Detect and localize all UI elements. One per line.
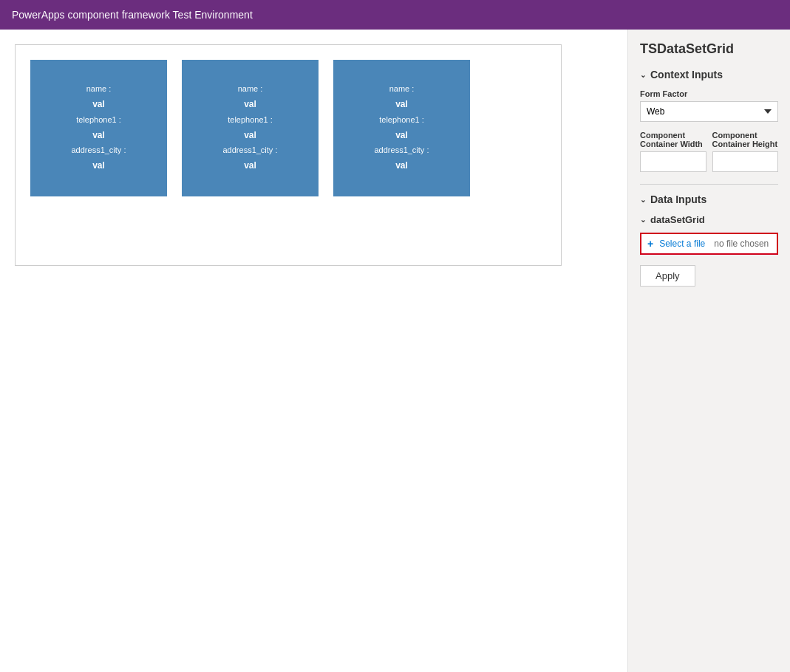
card-3: name : val telephone1 : val address1_cit…	[333, 60, 470, 196]
divider	[640, 184, 778, 185]
file-input-row[interactable]: + Select a file no file chosen	[640, 233, 778, 255]
right-panel: TSDataSetGrid ⌄ Context Inputs Form Fact…	[627, 30, 790, 672]
container-height-input[interactable]	[712, 151, 779, 172]
container-width-label: Component Container Width	[640, 131, 706, 148]
card3-city-label: address1_city :	[375, 143, 429, 158]
data-inputs-chevron-icon: ⌄	[640, 196, 646, 204]
topbar: PowerApps component framework Test Envir…	[0, 0, 790, 30]
context-inputs-label: Context Inputs	[650, 69, 723, 80]
select-file-text: Select a file	[659, 239, 705, 249]
form-factor-row: Form Factor Web Phone Tablet	[640, 89, 778, 122]
container-width-field: Component Container Width	[640, 131, 706, 172]
card3-city-value: val	[395, 158, 408, 174]
card2-city-value: val	[244, 158, 256, 174]
topbar-title: PowerApps component framework Test Envir…	[12, 9, 253, 21]
canvas-area: name : val telephone1 : val address1_cit…	[0, 30, 627, 672]
context-inputs-section-header: ⌄ Context Inputs	[640, 69, 778, 80]
card3-tel-label: telephone1 :	[379, 113, 424, 128]
card1-name-label: name :	[86, 82, 112, 97]
card1-name-value: val	[92, 97, 105, 113]
card3-name-label: name :	[389, 82, 415, 97]
container-width-input[interactable]	[640, 151, 706, 172]
card1-city-value: val	[92, 158, 105, 174]
form-factor-select[interactable]: Web Phone Tablet	[640, 101, 778, 122]
card2-name-value: val	[244, 97, 256, 113]
main-layout: name : val telephone1 : val address1_cit…	[0, 30, 790, 672]
card-2: name : val telephone1 : val address1_cit…	[182, 60, 319, 196]
card1-tel-label: telephone1 :	[76, 113, 121, 128]
no-file-chosen-text: no file chosen	[714, 239, 769, 249]
card3-tel-value: val	[395, 128, 408, 144]
card1-tel-value: val	[92, 128, 105, 144]
data-inputs-label: Data Inputs	[650, 193, 706, 205]
context-inputs-chevron-icon: ⌄	[640, 71, 646, 79]
container-height-field: Component Container Height	[712, 131, 779, 172]
dataset-grid-label: dataSetGrid	[650, 214, 705, 225]
card3-name-value: val	[395, 97, 408, 113]
data-inputs-section-header: ⌄ Data Inputs	[640, 193, 778, 205]
dataset-grid-chevron-icon: ⌄	[640, 216, 646, 224]
card2-tel-value: val	[244, 128, 256, 144]
select-file-label[interactable]: Select a file	[659, 239, 705, 249]
container-height-label: Component Container Height	[712, 131, 779, 148]
apply-button[interactable]: Apply	[640, 265, 695, 287]
card2-city-label: address1_city :	[223, 143, 278, 158]
form-factor-label: Form Factor	[640, 89, 778, 98]
container-dimensions-row: Component Container Width Component Cont…	[640, 131, 778, 172]
canvas-border: name : val telephone1 : val address1_cit…	[15, 44, 562, 266]
plus-icon: +	[647, 238, 653, 250]
card-1: name : val telephone1 : val address1_cit…	[30, 60, 167, 196]
card1-city-label: address1_city :	[72, 143, 126, 158]
dataset-grid-subsection: ⌄ dataSetGrid	[640, 214, 778, 225]
component-title: TSDataSetGrid	[640, 41, 778, 57]
card2-name-label: name :	[238, 82, 263, 97]
card2-tel-label: telephone1 :	[228, 113, 273, 128]
